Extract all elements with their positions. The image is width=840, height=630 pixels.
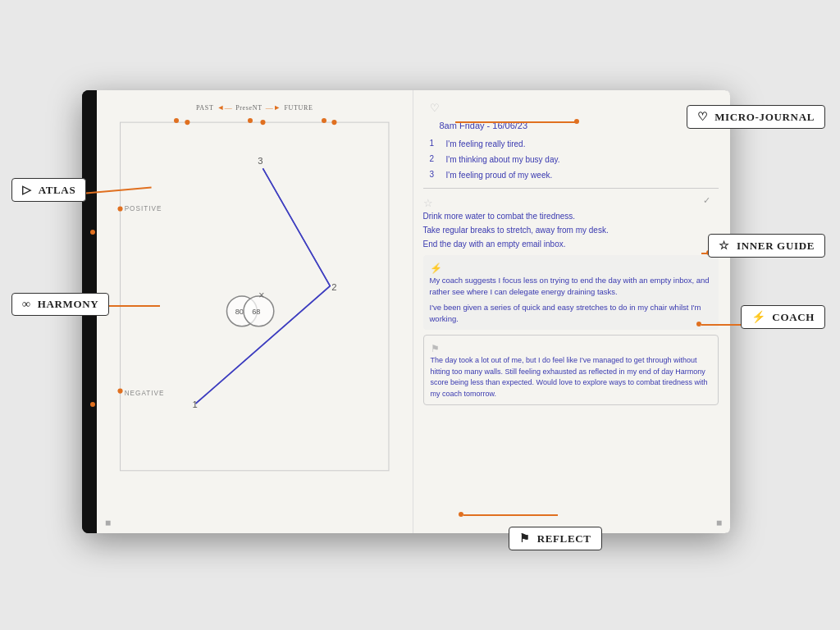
svg-text:80: 80	[235, 308, 244, 316]
inner-guide-text-2: Take regular breaks to stretch, away fro…	[423, 224, 719, 236]
svg-line-4	[262, 168, 330, 285]
lightning-icon-btn: ⚡	[751, 310, 766, 324]
star-icon: ☆	[423, 197, 433, 209]
atlas-button[interactable]: ▷ ATLAS	[11, 178, 86, 202]
notebook: PAST ◄— PreseNT —► FUTURE POSITIVE NEGAT…	[82, 90, 730, 533]
flag-icon-btn: ⚑	[519, 532, 531, 546]
divider-1	[423, 188, 719, 189]
micro-journal-button[interactable]: ♡ MICRO-JOURNAL	[687, 105, 826, 129]
inner-guide-label: INNER GUIDE	[737, 240, 815, 253]
reflect-text: The day took a lot out of me, but I do f…	[431, 355, 712, 399]
atlas-label: ATLAS	[39, 184, 76, 197]
graph-svg: POSITIVE NEGATIVE 3 1 2	[107, 118, 403, 479]
entry-num-2: 2	[430, 154, 443, 163]
inner-guide-text-3: End the day with an empty email inbox.	[423, 238, 719, 250]
entry-num-1: 1	[430, 139, 443, 148]
timeline-past: PAST	[196, 104, 213, 112]
svg-text:1: 1	[193, 399, 198, 409]
coach-text-2: I've been given a series of quick and ea…	[430, 302, 713, 326]
svg-text:NEGATIVE: NEGATIVE	[125, 390, 165, 397]
reflect-button[interactable]: ⚑ REFLECT	[509, 527, 602, 550]
journal-entry-3: 3 I'm feeling proud of my week.	[430, 170, 719, 181]
timeline: PAST ◄— PreseNT —► FUTURE	[107, 103, 403, 112]
star-icon-btn: ☆	[719, 239, 730, 253]
svg-point-17	[117, 388, 122, 393]
svg-point-16	[117, 206, 122, 211]
micro-journal-dot	[574, 119, 579, 124]
harmony-label: HARMONY	[38, 298, 99, 311]
heart-icon: ♡	[430, 102, 719, 114]
play-icon: ▷	[22, 183, 32, 197]
coach-text-1: My coach suggests I focus less on trying…	[430, 275, 713, 299]
flag-icon: ⚑	[431, 343, 440, 354]
harmony-button[interactable]: ∞ HARMONY	[11, 293, 109, 316]
infinity-icon: ∞	[22, 298, 31, 311]
svg-point-13	[185, 120, 189, 125]
timeline-dot-future	[322, 118, 326, 123]
micro-journal-connector	[455, 121, 578, 123]
svg-text:2: 2	[331, 282, 336, 292]
left-page-number: ◼	[105, 518, 111, 527]
svg-text:3: 3	[258, 156, 262, 166]
reflect-connector	[463, 514, 558, 516]
scene: PAST ◄— PreseNT —► FUTURE POSITIVE NEGAT…	[0, 0, 840, 630]
timeline-dot-present	[248, 118, 253, 123]
coach-button[interactable]: ⚡ COACH	[741, 305, 825, 329]
coach-label: COACH	[772, 311, 815, 324]
lightning-icon: ⚡	[430, 262, 442, 274]
reflect-section: ⚑ The day took a lot out of me, but I do…	[423, 335, 719, 405]
journal-entry-1: 1 I'm feeling really tired.	[430, 139, 719, 150]
inner-guide-section: ☆ ✓ Drink more water to combat the tired…	[423, 195, 719, 250]
svg-point-15	[331, 120, 336, 125]
svg-text:POSITIVE: POSITIVE	[125, 205, 162, 212]
coach-section: ⚡ My coach suggests I focus less on tryi…	[423, 255, 719, 330]
right-page-number: ◼	[716, 518, 722, 527]
journal-entry-2: 2 I'm thinking about my busy day.	[430, 154, 719, 166]
svg-text:68: 68	[252, 308, 260, 316]
arrow-2: —►	[266, 103, 281, 112]
reflect-dot	[459, 512, 463, 517]
entry-text-2: I'm thinking about my busy day.	[446, 154, 560, 166]
reflect-label: REFLECT	[537, 532, 591, 546]
timeline-future: FUTURE	[285, 104, 313, 112]
entry-num-3: 3	[430, 170, 443, 179]
inner-guide-text-1: Drink more water to combat the tiredness…	[423, 210, 719, 222]
pages: PAST ◄— PreseNT —► FUTURE POSITIVE NEGAT…	[97, 90, 730, 533]
entry-text-3: I'm feeling proud of my week.	[446, 170, 553, 181]
axis-negative-dot	[90, 402, 95, 407]
coach-dot	[696, 322, 701, 326]
svg-text:×: ×	[258, 290, 264, 301]
axis-positive-dot	[90, 230, 95, 235]
svg-point-14	[260, 120, 265, 125]
check-icon: ✓	[703, 195, 710, 206]
graph-area: POSITIVE NEGATIVE 3 1 2	[107, 118, 403, 479]
left-page: PAST ◄— PreseNT —► FUTURE POSITIVE NEGAT…	[97, 90, 413, 533]
timeline-present: PreseNT	[235, 104, 262, 112]
micro-journal-label: MICRO-JOURNAL	[714, 111, 815, 124]
timeline-dot-past	[174, 118, 179, 123]
arrow-1: ◄—	[217, 103, 232, 112]
right-page: ♡ 8am Friday - 16/06/23 1 I'm feeling re…	[413, 90, 731, 533]
heart-icon-btn: ♡	[697, 110, 709, 124]
inner-guide-button[interactable]: ☆ INNER GUIDE	[708, 234, 825, 258]
entry-text-1: I'm feeling really tired.	[446, 139, 526, 150]
